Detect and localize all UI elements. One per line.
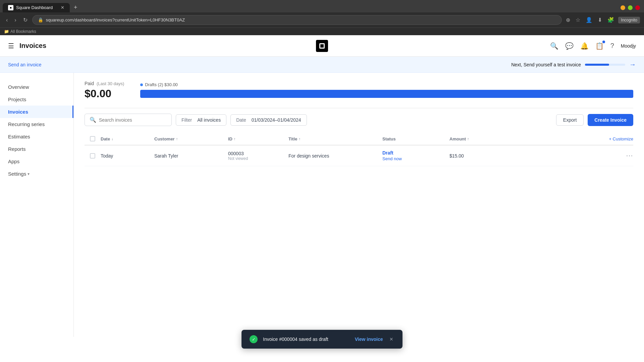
top-nav: ☰ Invoices 🔍 💬 🔔 📋 ? Moodjy [0, 35, 644, 57]
header-checkbox-cell [85, 136, 101, 141]
id-sort-icon: ↑ [234, 137, 236, 141]
window-close[interactable] [635, 5, 640, 10]
stats-section: Paid (Last 30 days) $0.00 Drafts (2) $30… [85, 81, 633, 100]
sidebar: Overview Projects Invoices Recurring ser… [0, 73, 74, 337]
sidebar-item-reports[interactable]: Reports [0, 143, 73, 155]
banner-next-text: Next, Send yourself a test invoice [511, 62, 581, 67]
toast-close-button[interactable]: × [388, 336, 394, 337]
sidebar-label-reports: Reports [8, 146, 26, 152]
table-row: Today Sarah Tyler 000003 Not viewed For … [85, 145, 633, 166]
lock-icon: 🔒 [38, 17, 43, 22]
col-header-amount[interactable]: Amount ↑ [449, 136, 503, 141]
filter-button[interactable]: Filter All invoices [176, 114, 226, 126]
paid-stats: Paid (Last 30 days) $0.00 [85, 81, 124, 100]
incognito-badge: Incognito [618, 17, 640, 23]
onboarding-banner: Send an invoice Next, Send yourself a te… [0, 57, 644, 73]
sidebar-item-invoices[interactable]: Invoices [0, 106, 73, 118]
row-id-view-status: Not viewed [228, 156, 288, 161]
customer-sort-icon: ↑ [176, 137, 178, 141]
row-title: For design services [288, 153, 382, 159]
date-sort-icon: ↓ [111, 137, 113, 141]
bookmarks-icon: 📁 [4, 29, 9, 34]
address-bar[interactable]: 🔒 squareup.com/dashboard/invoices?curren… [32, 15, 562, 25]
customize-button[interactable]: + Customize [609, 136, 633, 141]
sidebar-item-projects[interactable]: Projects [0, 93, 73, 106]
square-logo[interactable] [316, 40, 328, 52]
col-header-customer[interactable]: Customer ↑ [154, 136, 228, 141]
date-label: Date [236, 117, 246, 123]
download-icon[interactable]: ⬇ [596, 15, 603, 24]
send-invoice-link[interactable]: Send an invoice [8, 62, 42, 67]
clipboard-icon[interactable]: 📋 [595, 42, 604, 50]
create-invoice-button[interactable]: Create Invoice [588, 114, 633, 126]
toast-success-icon: ✓ [250, 335, 258, 337]
page-title: Invoices [19, 42, 46, 50]
new-tab-button[interactable]: + [71, 3, 80, 12]
amount-sort-icon: ↑ [467, 137, 469, 141]
extension-icon[interactable]: ⊕ [565, 15, 572, 24]
settings-chevron-icon: ▾ [28, 172, 30, 176]
window-maximize[interactable] [628, 5, 633, 10]
row-id: 000003 Not viewed [228, 151, 288, 161]
toast-view-invoice-link[interactable]: View invoice [355, 337, 383, 337]
chat-icon[interactable]: 💬 [565, 42, 574, 50]
date-value: 01/03/2024–01/04/2024 [252, 117, 301, 123]
menu-icon[interactable]: ☰ [8, 42, 14, 50]
url-text: squareup.com/dashboard/invoices?currentU… [46, 17, 556, 22]
row-checkbox-cell [85, 153, 101, 159]
tab-favicon: ■ [8, 5, 13, 10]
sidebar-label-invoices: Invoices [8, 109, 28, 115]
invoices-table: Date ↓ Customer ↑ ID ↑ Title ↑ [85, 133, 633, 166]
bell-icon[interactable]: 🔔 [580, 42, 589, 50]
title-sort-icon: ↑ [299, 137, 301, 141]
col-header-id[interactable]: ID ↑ [228, 136, 288, 141]
col-header-date[interactable]: Date ↓ [101, 136, 154, 141]
back-button[interactable]: ‹ [4, 16, 10, 24]
date-filter-button[interactable]: Date 01/03/2024–01/04/2024 [230, 114, 307, 126]
select-all-checkbox[interactable] [90, 136, 95, 141]
banner-progress-fill [585, 64, 609, 66]
export-button[interactable]: Export [556, 114, 584, 126]
forward-button[interactable]: › [12, 16, 18, 24]
active-tab[interactable]: ■ Square Dashboard ✕ [3, 3, 70, 12]
sidebar-label-recurring: Recurring series [8, 121, 45, 127]
drafts-progress-bar [140, 90, 633, 98]
row-checkbox[interactable] [90, 153, 95, 159]
bookmark-icon[interactable]: ☆ [574, 15, 582, 24]
invoices-toolbar: 🔍 Filter All invoices Date 01/03/2024–01… [85, 114, 633, 126]
send-now-link[interactable]: Send now [382, 156, 449, 161]
paid-label: Paid (Last 30 days) [85, 81, 124, 86]
profile-icon[interactable]: 👤 [584, 15, 594, 24]
toast-message: Invoice #000004 saved as draft [263, 337, 350, 337]
banner-arrow[interactable]: → [629, 61, 636, 68]
sidebar-item-recurring[interactable]: Recurring series [0, 118, 73, 130]
row-id-number: 000003 [228, 151, 288, 156]
col-header-title[interactable]: Title ↑ [288, 136, 382, 141]
sidebar-label-overview: Overview [8, 84, 29, 90]
row-actions-menu[interactable]: ··· [626, 152, 633, 159]
search-input[interactable] [99, 117, 167, 123]
close-tab-icon[interactable]: ✕ [61, 5, 64, 10]
sidebar-item-settings[interactable]: Settings ▾ [0, 168, 73, 180]
search-box[interactable]: 🔍 [85, 114, 172, 126]
sidebar-label-projects: Projects [8, 97, 26, 102]
filter-label: Filter [181, 117, 192, 123]
sidebar-item-overview[interactable]: Overview [0, 81, 73, 93]
help-icon[interactable]: ? [610, 42, 614, 50]
col-header-status: Status [382, 136, 449, 141]
drafts-text: Drafts (2) $30.00 [145, 82, 178, 87]
row-customer[interactable]: Sarah Tyler [154, 153, 228, 159]
status-draft-label[interactable]: Draft [382, 150, 449, 156]
extensions-icon[interactable]: 🧩 [606, 15, 615, 24]
sidebar-item-apps[interactable]: Apps [0, 155, 73, 168]
stats-divider [85, 108, 633, 108]
search-nav-icon[interactable]: 🔍 [550, 42, 558, 50]
username[interactable]: Moodjy [621, 43, 636, 49]
bookmarks-label[interactable]: All Bookmarks [10, 29, 36, 34]
drafts-label: Drafts (2) $30.00 [140, 82, 633, 87]
main-content: Paid (Last 30 days) $0.00 Drafts (2) $30… [74, 73, 644, 337]
reload-button[interactable]: ↻ [21, 15, 30, 24]
window-minimize[interactable] [621, 5, 625, 10]
toast-notification: ✓ Invoice #000004 saved as draft View in… [241, 330, 402, 337]
sidebar-item-estimates[interactable]: Estimates [0, 130, 73, 143]
